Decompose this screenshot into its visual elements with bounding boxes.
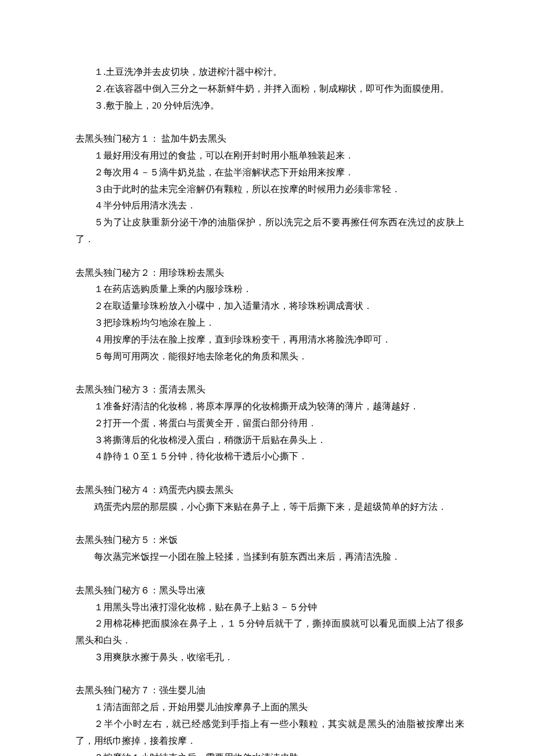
section-line: １用黑头导出液打湿化妆棉，贴在鼻子上贴３－５分钟 (75, 599, 464, 616)
section-line: ２在取适量珍珠粉放入小碟中，加入适量清水，将珍珠粉调成膏状． (75, 298, 464, 315)
section-line: １清洁面部之后，开始用婴儿油按摩鼻子上面的黑头 (75, 699, 464, 716)
blank-line (75, 114, 464, 131)
section-line: ４静待１０至１５分钟，待化妆棉干透后小心撕下． (75, 448, 464, 465)
section-line: １在药店选购质量上乘的内服珍珠粉． (75, 281, 464, 298)
section-line: １准备好清洁的化妆棉，将原本厚厚的化妆棉撕开成为较薄的薄片，越薄越好． (75, 398, 464, 415)
intro-line: ２.在该容器中倒入三分之一杯新鲜牛奶，并拌入面粉，制成糊状，即可作为面膜使用。 (75, 81, 464, 98)
section-line: 每次蒸完米饭捏一小团在脸上轻揉，当揉到有脏东西出来后，再清洁洗脸． (75, 549, 464, 566)
section-line: ３按摩约１小时结束之后，需要用收敛水清洁皮肤． (75, 750, 464, 756)
intro-line: １.土豆洗净并去皮切块，放进榨汁器中榨汁。 (75, 64, 464, 81)
section-line: ２每次用４－５滴牛奶兑盐，在盐半溶解状态下开始用来按摩． (75, 164, 464, 181)
blank-line (75, 465, 464, 482)
blank-line (75, 365, 464, 381)
section-title: 去黑头独门秘方２：用珍珠粉去黑头 (75, 265, 464, 282)
section-title: 去黑头独门秘方５：米饭 (75, 532, 464, 549)
section-title: 去黑头独门秘方６：黑头导出液 (75, 582, 464, 599)
section-line: １最好用没有用过的食盐，可以在刚开封时用小瓶单独装起来． (75, 147, 464, 164)
section-line: ２打开一个蛋，将蛋白与蛋黄全开，留蛋白部分待用． (75, 415, 464, 432)
section-line: ３将撕薄后的化妆棉浸入蛋白，稍微沥干后贴在鼻头上． (75, 432, 464, 449)
blank-line (75, 666, 464, 683)
section-title: 去黑头独门秘方１： 盐加牛奶去黑头 (75, 131, 464, 147)
section-line: ４用按摩的手法在脸上按摩，直到珍珠粉变干，再用清水将脸洗净即可． (75, 332, 464, 348)
section-line: ３用爽肤水擦于鼻头，收缩毛孔． (75, 649, 464, 666)
section-line: ５每周可用两次．能很好地去除老化的角质和黑头． (75, 348, 464, 365)
section-line: ５为了让皮肤重新分泌干净的油脂保护，所以洗完之后不要再擦任何东西在洗过的皮肤上了… (75, 214, 464, 248)
section-line: ３由于此时的盐未完全溶解仍有颗粒，所以在按摩的时候用力必须非常轻． (75, 181, 464, 198)
section-line: ２半个小时左右，就已经感觉到手指上有一些小颗粒，其实就是黑头的油脂被按摩出来了，… (75, 716, 464, 750)
section-line: ４半分钟后用清水洗去． (75, 197, 464, 214)
document-page: １.土豆洗净并去皮切块，放进榨汁器中榨汁。 ２.在该容器中倒入三分之一杯新鲜牛奶… (0, 0, 534, 756)
section-line: 鸡蛋壳内层的那层膜，小心撕下来贴在鼻子上，等干后撕下来，是超级简单的好方法． (75, 499, 464, 516)
section-line: ３把珍珠粉均匀地涂在脸上． (75, 315, 464, 332)
section-title: 去黑头独门秘方４：鸡蛋壳内膜去黑头 (75, 482, 464, 499)
blank-line (75, 248, 464, 265)
intro-line: ３.敷于脸上，20 分钟后洗净。 (75, 98, 464, 114)
blank-line (75, 516, 464, 532)
blank-line (75, 566, 464, 582)
section-title: 去黑头独门秘方３：蛋清去黑头 (75, 381, 464, 398)
section-title: 去黑头独门秘方７：强生婴儿油 (75, 682, 464, 699)
section-line: ２用棉花棒把面膜涂在鼻子上，１５分钟后就干了，撕掉面膜就可以看见面膜上沾了很多黑… (75, 615, 464, 649)
